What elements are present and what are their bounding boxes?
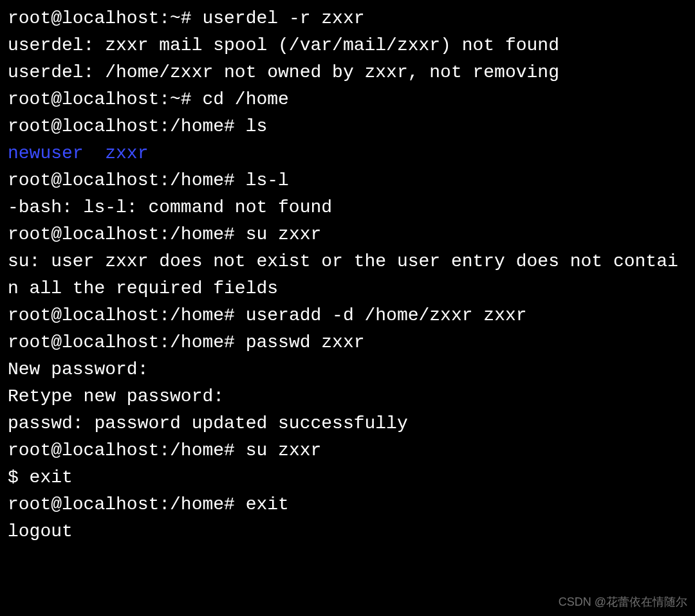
- command-text: ls-l: [246, 170, 289, 190]
- command-line: $ exit: [8, 464, 687, 491]
- watermark-text: CSDN @花蕾依在情随尔: [559, 593, 687, 611]
- shell-prompt: root@localhost:/home#: [8, 440, 246, 460]
- terminal-window[interactable]: root@localhost:~# userdel -r zxxr userde…: [8, 5, 687, 545]
- shell-prompt: root@localhost:/home#: [8, 170, 246, 190]
- command-line: root@localhost:/home# ls-l: [8, 167, 687, 194]
- output-line: Retype new password:: [8, 383, 687, 410]
- output-line: passwd: password updated successfully: [8, 410, 687, 437]
- command-text: useradd -d /home/zxxr zxxr: [246, 305, 527, 325]
- separator: [84, 143, 106, 163]
- directory-entry: zxxr: [105, 143, 148, 163]
- output-line: su: user zxxr does not exist or the user…: [8, 248, 687, 302]
- command-line: root@localhost:/home# su zxxr: [8, 221, 687, 248]
- shell-prompt: root@localhost:~#: [8, 8, 202, 28]
- ls-output: newuser zxxr: [8, 140, 687, 167]
- shell-prompt: root@localhost:/home#: [8, 305, 246, 325]
- command-line: root@localhost:/home# su zxxr: [8, 437, 687, 464]
- command-line: root@localhost:/home# ls: [8, 113, 687, 140]
- command-line: root@localhost:~# userdel -r zxxr: [8, 5, 687, 32]
- shell-prompt: root@localhost:/home#: [8, 332, 246, 352]
- output-line: -bash: ls-l: command not found: [8, 194, 687, 221]
- output-line: New password:: [8, 356, 687, 383]
- output-line: userdel: /home/zxxr not owned by zxxr, n…: [8, 59, 687, 86]
- command-line: root@localhost:~# cd /home: [8, 86, 687, 113]
- command-line: root@localhost:/home# useradd -d /home/z…: [8, 302, 687, 329]
- command-line: root@localhost:/home# passwd zxxr: [8, 329, 687, 356]
- directory-entry: newuser: [8, 143, 84, 163]
- shell-prompt: $: [8, 467, 30, 487]
- command-text: exit: [246, 494, 289, 514]
- shell-prompt: root@localhost:/home#: [8, 116, 246, 136]
- command-text: userdel -r zxxr: [202, 8, 364, 28]
- command-text: ls: [246, 116, 268, 136]
- output-line: userdel: zxxr mail spool (/var/mail/zxxr…: [8, 32, 687, 59]
- command-text: su zxxr: [246, 224, 322, 244]
- command-text: passwd zxxr: [246, 332, 365, 352]
- shell-prompt: root@localhost:/home#: [8, 494, 246, 514]
- shell-prompt: root@localhost:~#: [8, 89, 202, 109]
- command-line: root@localhost:/home# exit: [8, 491, 687, 518]
- command-text: exit: [30, 467, 73, 487]
- output-line: logout: [8, 518, 687, 545]
- shell-prompt: root@localhost:/home#: [8, 224, 246, 244]
- command-text: su zxxr: [246, 440, 322, 460]
- command-text: cd /home: [202, 89, 288, 109]
